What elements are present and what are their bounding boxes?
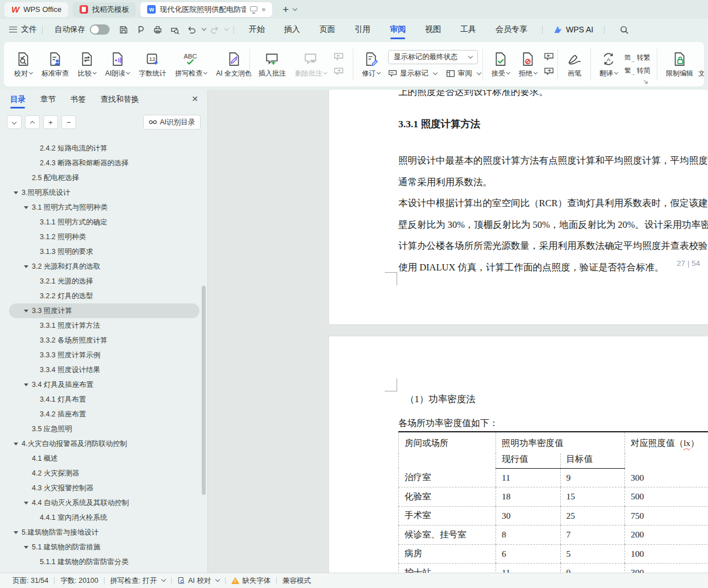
toc-item[interactable]: 2.4.2 短路电流的计算 — [9, 141, 199, 156]
markup-state-dropdown[interactable]: 显示标记的最终状态 — [388, 50, 478, 64]
compare-button[interactable]: 比较 — [73, 43, 101, 86]
sidebar-tab[interactable]: 书签 — [70, 94, 86, 105]
next-change-icon[interactable] — [544, 67, 554, 76]
document-page-27[interactable]: 上的照度是否达到设计标准的要求。 3.3.1 照度计算方法 照明设计中最基本的照… — [328, 90, 708, 325]
group-expand-icon[interactable] — [643, 80, 648, 85]
new-tab-button[interactable]: + — [282, 4, 289, 15]
ai-read-aloud-button[interactable]: AI朗读 — [101, 43, 134, 86]
tab-list-chevron-icon[interactable] — [293, 6, 297, 10]
print-button[interactable] — [149, 22, 165, 37]
ai-recognize-toc-button[interactable]: AI识别目录 — [143, 115, 201, 130]
clipped-ribbon-button[interactable]: 文 — [698, 69, 705, 78]
missing-font-warning[interactable]: 缺失字体 — [226, 576, 276, 586]
insert-comment-button[interactable]: 插入批注 — [254, 43, 290, 86]
ai-proofread-status[interactable]: AI 校对 — [172, 576, 225, 586]
sidebar-tab[interactable]: 章节 — [40, 94, 56, 105]
file-menu-button[interactable]: 文件 — [9, 24, 37, 35]
previous-comment-icon[interactable] — [334, 52, 344, 61]
expand-arrow-icon[interactable] — [14, 191, 22, 194]
toc-item[interactable]: 3.1 照明方式与照明种类 — [9, 200, 199, 215]
track-changes-button[interactable]: 修订 — [357, 43, 385, 86]
toc-item[interactable]: 3.4.1 灯具布置 — [9, 392, 199, 407]
expand-arrow-icon[interactable] — [24, 502, 32, 504]
toc-item[interactable]: 3.5 应急照明 — [9, 422, 199, 436]
menu-tab[interactable]: 视图 — [415, 19, 451, 40]
expand-arrow-icon[interactable] — [14, 531, 22, 534]
menu-tab[interactable]: 审阅 — [380, 19, 415, 40]
close-sidebar-button[interactable]: ✕ — [191, 94, 198, 103]
expand-arrow-icon[interactable] — [24, 383, 32, 386]
expand-arrow-icon[interactable] — [24, 310, 32, 312]
page-status[interactable]: 页面: 31/54 — [7, 576, 54, 586]
show-markup-button[interactable]: 显示标记 — [388, 69, 437, 78]
sidebar-tab[interactable]: 查找和替换 — [101, 94, 139, 105]
standard-review-button[interactable]: 标准审查 — [37, 43, 73, 86]
menu-tab[interactable]: 会员专享 — [486, 19, 537, 40]
spell-check-button[interactable]: ABC 拼写检查 — [170, 43, 211, 86]
toc-item[interactable]: 3.1.3 照明的要求 — [9, 244, 199, 259]
menu-tab[interactable]: 插入 — [274, 19, 310, 40]
toc-collapse-all-button[interactable]: − — [61, 115, 76, 129]
expand-arrow-icon[interactable] — [24, 546, 32, 549]
print-preview-button[interactable] — [166, 22, 182, 37]
tab-docer-templates[interactable]: 找稻壳模板 — [73, 2, 136, 17]
tab-wps-home[interactable]: W WPS Office — [5, 2, 68, 17]
word-count-button[interactable]: 12 字数统计 — [134, 43, 170, 86]
to-simplified-button[interactable]: 繁 转简 — [624, 66, 651, 76]
toc-item[interactable]: 3.照明系统设计 — [9, 185, 199, 200]
sidebar-scrollbar-thumb[interactable] — [202, 286, 206, 495]
undo-button[interactable] — [184, 22, 199, 37]
accept-button[interactable]: 接受 — [487, 43, 514, 86]
toc-item[interactable]: 3.1.2 照明种类 — [9, 230, 199, 244]
previous-change-icon[interactable] — [544, 52, 554, 61]
expand-arrow-icon[interactable] — [14, 443, 22, 445]
toc-item[interactable]: 3.3.4 照度设计结果 — [9, 362, 199, 377]
toc-item[interactable]: 2.4.3 断路器和熔断器的选择 — [9, 156, 199, 170]
toc-item[interactable]: 3.3 照度计算 — [9, 303, 199, 318]
menu-tab[interactable]: 开始 — [239, 19, 274, 40]
toc-item[interactable]: 2.5 配电柜选择 — [9, 170, 199, 185]
undo-chevron-icon[interactable] — [202, 26, 206, 31]
sidebar-tab[interactable]: 目录 — [10, 94, 26, 105]
toc-item[interactable]: 3.2 光源和灯具的选取 — [9, 259, 199, 274]
toc-collapse-up-button[interactable] — [25, 115, 40, 129]
menu-tab[interactable]: 工具 — [451, 19, 486, 40]
toc-item[interactable]: 3.4 灯具及插座布置 — [9, 377, 199, 392]
search-button[interactable] — [615, 22, 632, 37]
proofread-button[interactable]: 校对 — [10, 43, 37, 86]
toc-item[interactable]: 3.2.2 灯具的选型 — [9, 289, 199, 303]
toc-item[interactable]: 5.1 建筑物的防雷措施 — [9, 540, 199, 554]
toc-item[interactable]: 4.2 火灾探测器 — [9, 466, 199, 481]
toc-item[interactable]: 3.3.1 照度计算方法 — [9, 318, 199, 333]
toc-item[interactable]: 3.3.3 照度计算示例 — [9, 348, 199, 362]
wps-ai-button[interactable]: WPS AI — [548, 25, 599, 34]
toc-item[interactable]: 4.4.1 室内消火栓系统 — [9, 510, 199, 525]
word-count-status[interactable]: 字数: 20100 — [55, 576, 104, 586]
document-page-28[interactable]: （1）功率密度法 各场所功率密度值如下： 房间或场所 照明功率密度值 对应照度值… — [328, 336, 708, 573]
expand-arrow-icon[interactable] — [24, 206, 32, 209]
toc-item[interactable]: 5.1.1 建筑物的防雷防雷分类 — [9, 554, 199, 569]
save-button[interactable] — [115, 22, 131, 37]
tab-active-document[interactable]: W 现代化医院照明供配电防雷及 — [140, 2, 272, 17]
toc-item[interactable]: 3.1.1 照明方式的确定 — [9, 215, 199, 230]
menu-tab[interactable]: 引用 — [345, 19, 380, 40]
menu-tab[interactable]: 页面 — [310, 19, 345, 40]
redo-button[interactable] — [206, 22, 222, 37]
to-traditional-button[interactable]: 简 转繁 — [624, 53, 651, 62]
export-pdf-button[interactable] — [132, 22, 148, 37]
toc-expand-all-button[interactable]: + — [43, 115, 58, 129]
toc-item[interactable]: 4.火灾自动报警器及消防联动控制 — [9, 436, 199, 451]
screen-share-icon[interactable] — [250, 6, 258, 13]
spellcheck-status[interactable]: 拼写检查: 打开 — [105, 576, 171, 586]
autosave-toggle[interactable] — [90, 24, 110, 35]
toc-item[interactable]: 4.3 火灾报警控制器 — [9, 481, 199, 495]
toc-item[interactable]: 3.3.2 各场所照度计算 — [9, 333, 199, 348]
compatibility-mode-status[interactable]: 兼容模式 — [277, 576, 316, 586]
review-pane-button[interactable]: 审阅 — [446, 69, 481, 78]
toc-item[interactable]: 4.4 自动灭火系统及其联动控制 — [9, 495, 199, 510]
next-comment-icon[interactable] — [334, 67, 344, 76]
redo-chevron-icon[interactable] — [224, 26, 229, 31]
restrict-editing-button[interactable]: 限制编辑 — [661, 43, 698, 86]
toc-item[interactable]: 3.2.1 光源的选择 — [9, 274, 199, 289]
translate-button[interactable]: A 翻译 — [595, 43, 622, 86]
